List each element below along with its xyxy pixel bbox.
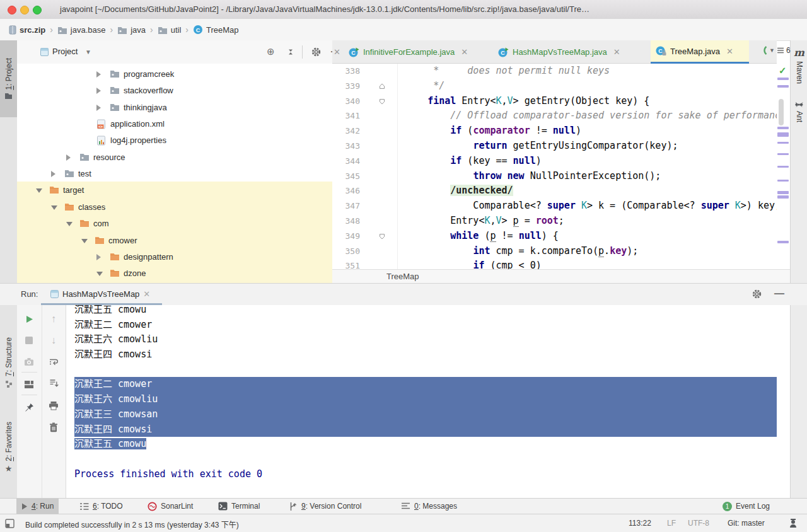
- tree-row[interactable]: <>application.xml: [17, 116, 332, 132]
- change-marker[interactable]: [777, 191, 789, 194]
- change-marker[interactable]: [777, 85, 789, 88]
- toolwindow-button[interactable]: 6: TODO: [74, 499, 128, 514]
- tree-row[interactable]: resource: [17, 149, 332, 166]
- change-marker[interactable]: [777, 241, 789, 243]
- change-marker[interactable]: [777, 153, 789, 155]
- run-tab[interactable]: HashMapVsTreeMap ✕: [44, 284, 156, 304]
- collapse-all-icon[interactable]: [286, 47, 296, 57]
- tree-row[interactable]: cmower: [17, 233, 332, 249]
- toolwindow-button[interactable]: SonarLint: [142, 499, 198, 514]
- run-console-output[interactable]: 沉默王五 cmowu沉默王二 cmower沉默王六 cmowliu沉默王四 cm…: [66, 305, 777, 498]
- up-arrow-icon[interactable]: ↑: [47, 313, 60, 325]
- tree-row[interactable]: com: [17, 216, 332, 232]
- zoom-window-button[interactable]: [33, 6, 42, 14]
- editor-tab[interactable]: CInfinitiveForExample.java✕: [344, 40, 493, 64]
- editor-scrollbar[interactable]: ✓: [777, 64, 790, 269]
- editor-tab[interactable]: CTreeMap.java✕: [651, 40, 749, 64]
- inspector-icon[interactable]: [789, 518, 798, 528]
- tree-row[interactable]: target: [17, 182, 332, 199]
- toolwindow-button[interactable]: 0: Messages: [396, 499, 462, 514]
- project-panel-title[interactable]: Project: [52, 47, 78, 56]
- change-marker[interactable]: [777, 180, 789, 182]
- chevron-down-icon[interactable]: ▼: [85, 49, 91, 55]
- clear-all-icon[interactable]: [47, 421, 60, 434]
- toolwindow-button[interactable]: Terminal: [213, 499, 265, 514]
- sidebar-item-structure[interactable]: 7: Structure: [0, 325, 17, 400]
- change-marker[interactable]: [777, 127, 789, 129]
- git-branch-indicator[interactable]: Git: master: [728, 519, 765, 528]
- close-icon[interactable]: ✕: [613, 47, 620, 57]
- fold-down-icon[interactable]: [379, 98, 385, 105]
- fold-down-icon[interactable]: [379, 233, 385, 240]
- tree-collapse-icon[interactable]: [66, 222, 73, 226]
- tree-collapse-icon[interactable]: [81, 239, 88, 243]
- breadcrumb-item[interactable]: java: [116, 25, 147, 35]
- breadcrumb-item[interactable]: CTreeMap: [192, 25, 240, 35]
- line-ending-indicator[interactable]: LF: [667, 519, 676, 528]
- tree-expand-icon[interactable]: [51, 171, 55, 177]
- tree-expand-icon[interactable]: [96, 71, 101, 78]
- layout-settings-icon[interactable]: [23, 378, 35, 391]
- sidebar-item-project[interactable]: 1: Project: [0, 40, 17, 117]
- tree-row[interactable]: classes: [17, 199, 332, 216]
- close-window-button[interactable]: [8, 6, 16, 14]
- locate-icon[interactable]: ⊕: [267, 47, 275, 56]
- gear-icon[interactable]: [311, 47, 322, 57]
- close-icon[interactable]: ✕: [334, 47, 340, 57]
- tree-row[interactable]: dzone: [17, 265, 332, 282]
- sidebar-item-favorites[interactable]: 2: Favorites ★: [0, 407, 17, 488]
- change-marker[interactable]: [777, 195, 789, 199]
- tree-row[interactable]: thinkingjava: [17, 100, 332, 116]
- close-icon[interactable]: ✕: [461, 47, 468, 57]
- print-icon[interactable]: [47, 399, 60, 412]
- close-icon[interactable]: ✕: [143, 289, 150, 299]
- caret-position[interactable]: 113:22: [629, 519, 651, 528]
- tree-row[interactable]: log4j.properties: [17, 132, 332, 149]
- inspection-ok-icon[interactable]: ✓: [779, 65, 787, 76]
- tree-expand-icon[interactable]: [96, 254, 101, 260]
- scrollbar-thumb[interactable]: [779, 99, 784, 125]
- fold-up-icon[interactable]: [379, 83, 385, 90]
- status-message[interactable]: Build completed successfully in 2 s 13 m…: [25, 519, 239, 529]
- project-tree[interactable]: programcreekstackoverflowthinkingjava<>a…: [17, 64, 332, 283]
- sidebar-item-maven[interactable]: Maven: [795, 61, 804, 84]
- breadcrumb-class[interactable]: TreeMap: [386, 272, 419, 281]
- tree-expand-icon[interactable]: [96, 105, 101, 111]
- hide-panel-icon[interactable]: —: [774, 289, 784, 299]
- tree-collapse-icon[interactable]: [96, 272, 103, 276]
- sidebar-item-ant[interactable]: Ant: [795, 111, 804, 122]
- tree-row[interactable]: designpattern: [17, 249, 332, 265]
- camera-icon[interactable]: [23, 356, 35, 368]
- minimize-window-button[interactable]: [20, 6, 29, 14]
- breadcrumb-item[interactable]: util: [156, 25, 183, 35]
- breadcrumb-item[interactable]: java.base: [56, 25, 107, 35]
- toolwindow-button[interactable]: 9: Version Control: [284, 499, 366, 514]
- pin-icon[interactable]: [23, 401, 35, 413]
- change-marker[interactable]: [777, 142, 789, 144]
- tree-row[interactable]: stackoverflow: [17, 83, 332, 99]
- gear-icon[interactable]: [752, 289, 762, 299]
- encoding-indicator[interactable]: UTF-8: [688, 519, 709, 528]
- tree-expand-icon[interactable]: [66, 154, 71, 161]
- tree-expand-icon[interactable]: [96, 88, 101, 94]
- close-icon[interactable]: ✕: [726, 47, 733, 56]
- hidden-tabs-widget[interactable]: ▼ 6: [762, 46, 791, 55]
- code-editor[interactable]: 338 * does not permit null keys339 */340…: [332, 64, 777, 269]
- stop-button[interactable]: [23, 334, 35, 347]
- tree-row[interactable]: test: [17, 166, 332, 182]
- toolwindow-toggle-icon[interactable]: [5, 519, 15, 528]
- scroll-to-end-icon[interactable]: [47, 377, 60, 390]
- down-arrow-icon[interactable]: ↓: [47, 334, 60, 347]
- tree-collapse-icon[interactable]: [36, 188, 42, 193]
- breadcrumb-item[interactable]: src.zip: [8, 25, 47, 35]
- tree-collapse-icon[interactable]: [51, 205, 57, 210]
- change-marker[interactable]: [777, 166, 789, 168]
- rerun-button[interactable]: [23, 313, 35, 325]
- change-marker[interactable]: [777, 78, 789, 80]
- editor-tab[interactable]: CHashMapVsTreeMap.java✕: [493, 40, 651, 64]
- event-log-button[interactable]: 1Event Log: [717, 499, 775, 514]
- change-marker[interactable]: [777, 132, 789, 137]
- tree-row[interactable]: programcreek: [17, 66, 332, 83]
- soft-wrap-icon[interactable]: [47, 356, 60, 368]
- toolwindow-button[interactable]: 4: Run: [16, 499, 59, 514]
